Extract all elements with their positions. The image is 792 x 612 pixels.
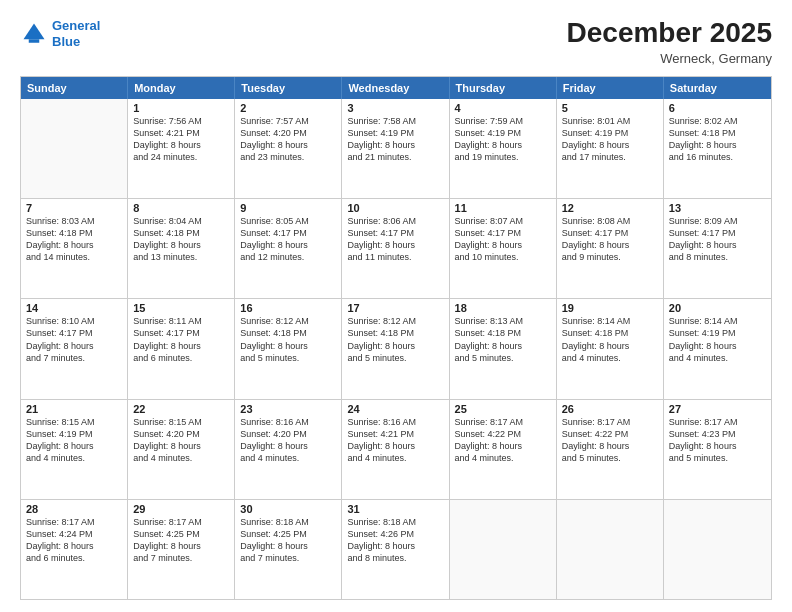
day-info: Sunrise: 8:15 AM Sunset: 4:19 PM Dayligh… [26,416,122,465]
calendar-cell: 14Sunrise: 8:10 AM Sunset: 4:17 PM Dayli… [21,299,128,398]
day-info: Sunrise: 7:59 AM Sunset: 4:19 PM Dayligh… [455,115,551,164]
day-number: 30 [240,503,336,515]
weekday-header: Thursday [450,77,557,99]
day-info: Sunrise: 8:06 AM Sunset: 4:17 PM Dayligh… [347,215,443,264]
day-info: Sunrise: 8:11 AM Sunset: 4:17 PM Dayligh… [133,315,229,364]
day-number: 4 [455,102,551,114]
calendar-cell: 9Sunrise: 8:05 AM Sunset: 4:17 PM Daylig… [235,199,342,298]
day-info: Sunrise: 8:05 AM Sunset: 4:17 PM Dayligh… [240,215,336,264]
day-info: Sunrise: 8:15 AM Sunset: 4:20 PM Dayligh… [133,416,229,465]
calendar-cell: 18Sunrise: 8:13 AM Sunset: 4:18 PM Dayli… [450,299,557,398]
day-info: Sunrise: 8:02 AM Sunset: 4:18 PM Dayligh… [669,115,766,164]
weekday-header: Sunday [21,77,128,99]
day-number: 8 [133,202,229,214]
day-info: Sunrise: 8:13 AM Sunset: 4:18 PM Dayligh… [455,315,551,364]
calendar-row: 21Sunrise: 8:15 AM Sunset: 4:19 PM Dayli… [21,399,771,499]
calendar-cell: 21Sunrise: 8:15 AM Sunset: 4:19 PM Dayli… [21,400,128,499]
day-number: 17 [347,302,443,314]
day-info: Sunrise: 8:08 AM Sunset: 4:17 PM Dayligh… [562,215,658,264]
calendar-cell: 13Sunrise: 8:09 AM Sunset: 4:17 PM Dayli… [664,199,771,298]
calendar-cell [664,500,771,599]
day-number: 18 [455,302,551,314]
day-number: 12 [562,202,658,214]
logo-text: General Blue [52,18,100,49]
day-number: 29 [133,503,229,515]
calendar-cell [450,500,557,599]
day-number: 5 [562,102,658,114]
day-info: Sunrise: 8:04 AM Sunset: 4:18 PM Dayligh… [133,215,229,264]
day-number: 23 [240,403,336,415]
day-info: Sunrise: 8:16 AM Sunset: 4:21 PM Dayligh… [347,416,443,465]
logo-icon [20,20,48,48]
calendar-cell: 7Sunrise: 8:03 AM Sunset: 4:18 PM Daylig… [21,199,128,298]
day-number: 11 [455,202,551,214]
calendar-cell: 19Sunrise: 8:14 AM Sunset: 4:18 PM Dayli… [557,299,664,398]
day-number: 9 [240,202,336,214]
day-info: Sunrise: 7:57 AM Sunset: 4:20 PM Dayligh… [240,115,336,164]
calendar-cell: 27Sunrise: 8:17 AM Sunset: 4:23 PM Dayli… [664,400,771,499]
weekday-header: Monday [128,77,235,99]
calendar-cell: 1Sunrise: 7:56 AM Sunset: 4:21 PM Daylig… [128,99,235,198]
day-info: Sunrise: 8:14 AM Sunset: 4:19 PM Dayligh… [669,315,766,364]
weekday-header: Saturday [664,77,771,99]
location: Werneck, Germany [567,51,772,66]
day-info: Sunrise: 8:07 AM Sunset: 4:17 PM Dayligh… [455,215,551,264]
day-number: 1 [133,102,229,114]
day-info: Sunrise: 8:17 AM Sunset: 4:22 PM Dayligh… [455,416,551,465]
day-info: Sunrise: 8:12 AM Sunset: 4:18 PM Dayligh… [240,315,336,364]
calendar-cell [557,500,664,599]
day-info: Sunrise: 8:09 AM Sunset: 4:17 PM Dayligh… [669,215,766,264]
day-number: 13 [669,202,766,214]
calendar-cell: 26Sunrise: 8:17 AM Sunset: 4:22 PM Dayli… [557,400,664,499]
calendar-cell: 28Sunrise: 8:17 AM Sunset: 4:24 PM Dayli… [21,500,128,599]
calendar-row: 28Sunrise: 8:17 AM Sunset: 4:24 PM Dayli… [21,499,771,599]
weekday-header: Friday [557,77,664,99]
day-number: 10 [347,202,443,214]
calendar-cell: 10Sunrise: 8:06 AM Sunset: 4:17 PM Dayli… [342,199,449,298]
calendar-cell: 24Sunrise: 8:16 AM Sunset: 4:21 PM Dayli… [342,400,449,499]
calendar-cell: 16Sunrise: 8:12 AM Sunset: 4:18 PM Dayli… [235,299,342,398]
title-block: December 2025 Werneck, Germany [567,18,772,66]
calendar-cell: 6Sunrise: 8:02 AM Sunset: 4:18 PM Daylig… [664,99,771,198]
day-number: 26 [562,403,658,415]
calendar-cell: 20Sunrise: 8:14 AM Sunset: 4:19 PM Dayli… [664,299,771,398]
calendar-cell: 22Sunrise: 8:15 AM Sunset: 4:20 PM Dayli… [128,400,235,499]
weekday-header: Tuesday [235,77,342,99]
day-number: 21 [26,403,122,415]
day-info: Sunrise: 8:16 AM Sunset: 4:20 PM Dayligh… [240,416,336,465]
day-number: 3 [347,102,443,114]
calendar-cell: 8Sunrise: 8:04 AM Sunset: 4:18 PM Daylig… [128,199,235,298]
svg-marker-0 [24,23,45,39]
day-info: Sunrise: 7:56 AM Sunset: 4:21 PM Dayligh… [133,115,229,164]
svg-rect-1 [29,39,40,43]
calendar-body: 1Sunrise: 7:56 AM Sunset: 4:21 PM Daylig… [21,99,771,599]
logo: General Blue [20,18,100,49]
day-info: Sunrise: 8:12 AM Sunset: 4:18 PM Dayligh… [347,315,443,364]
day-number: 14 [26,302,122,314]
day-number: 2 [240,102,336,114]
calendar-row: 7Sunrise: 8:03 AM Sunset: 4:18 PM Daylig… [21,198,771,298]
header: General Blue December 2025 Werneck, Germ… [20,18,772,66]
day-info: Sunrise: 8:17 AM Sunset: 4:22 PM Dayligh… [562,416,658,465]
day-number: 27 [669,403,766,415]
day-number: 15 [133,302,229,314]
day-number: 16 [240,302,336,314]
day-info: Sunrise: 7:58 AM Sunset: 4:19 PM Dayligh… [347,115,443,164]
calendar-cell: 4Sunrise: 7:59 AM Sunset: 4:19 PM Daylig… [450,99,557,198]
calendar-cell [21,99,128,198]
day-number: 31 [347,503,443,515]
calendar-row: 1Sunrise: 7:56 AM Sunset: 4:21 PM Daylig… [21,99,771,198]
day-number: 24 [347,403,443,415]
day-number: 6 [669,102,766,114]
calendar-cell: 5Sunrise: 8:01 AM Sunset: 4:19 PM Daylig… [557,99,664,198]
day-number: 28 [26,503,122,515]
calendar-cell: 12Sunrise: 8:08 AM Sunset: 4:17 PM Dayli… [557,199,664,298]
day-info: Sunrise: 8:17 AM Sunset: 4:23 PM Dayligh… [669,416,766,465]
day-info: Sunrise: 8:10 AM Sunset: 4:17 PM Dayligh… [26,315,122,364]
calendar-header: SundayMondayTuesdayWednesdayThursdayFrid… [21,77,771,99]
day-info: Sunrise: 8:18 AM Sunset: 4:25 PM Dayligh… [240,516,336,565]
calendar-cell: 3Sunrise: 7:58 AM Sunset: 4:19 PM Daylig… [342,99,449,198]
calendar-cell: 25Sunrise: 8:17 AM Sunset: 4:22 PM Dayli… [450,400,557,499]
calendar-cell: 31Sunrise: 8:18 AM Sunset: 4:26 PM Dayli… [342,500,449,599]
day-info: Sunrise: 8:17 AM Sunset: 4:25 PM Dayligh… [133,516,229,565]
